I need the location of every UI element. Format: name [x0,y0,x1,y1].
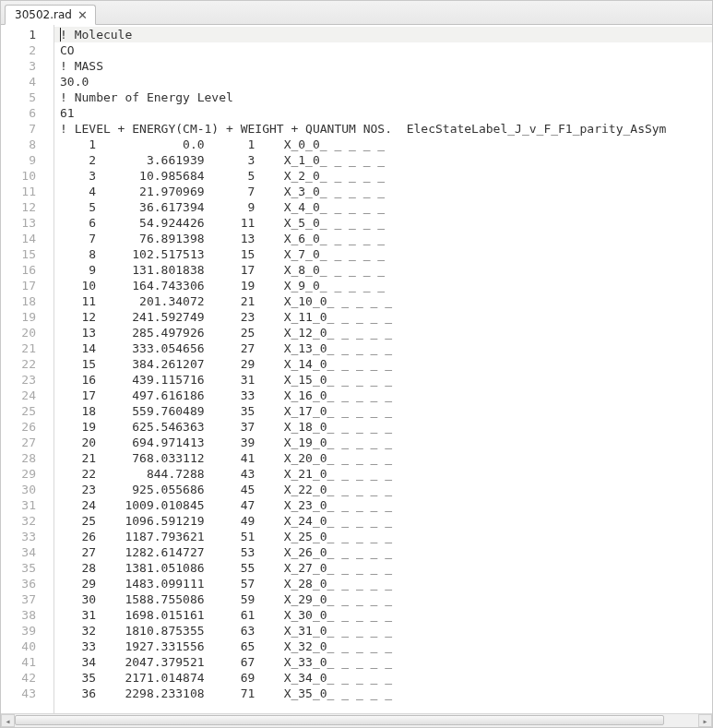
code-line[interactable]: 7 76.891398 13 X_6_0_ _ _ _ _ [54,231,712,246]
line-number: 16 [1,262,36,278]
code-line[interactable]: 15 384.261207 29 X_14_0_ _ _ _ _ [54,356,712,372]
code-content[interactable]: ! MoleculeCO! MASS30.0! Number of Energy… [54,25,712,713]
code-line[interactable]: 18 559.760489 35 X_17_0_ _ _ _ _ [54,403,712,419]
line-number: 10 [1,168,36,184]
code-line[interactable]: 26 1187.793621 51 X_25_0_ _ _ _ _ [54,529,712,544]
code-line[interactable]: 25 1096.591219 49 X_24_0_ _ _ _ _ [54,513,712,529]
line-number: 9 [1,152,36,168]
line-number: 12 [1,199,36,215]
code-line[interactable]: 32 1810.875355 63 X_31_0_ _ _ _ _ [54,623,712,638]
line-number: 2 [1,42,36,58]
code-line[interactable]: 22 844.7288 43 X_21_0_ _ _ _ _ [54,466,712,482]
code-line[interactable]: 19 625.546363 37 X_18_0_ _ _ _ _ [54,419,712,435]
code-line[interactable]: 5 36.617394 9 X_4_0_ _ _ _ _ [54,199,712,215]
line-number: 1 [1,27,36,42]
code-line[interactable]: 30.0 [54,74,712,90]
line-number: 11 [1,184,36,199]
code-line[interactable]: 31 1698.015161 61 X_30_0_ _ _ _ _ [54,607,712,623]
horizontal-scrollbar[interactable]: ◂ ▸ [1,713,712,727]
gutter-divider [45,25,54,713]
code-line[interactable]: ! Molecule [54,27,712,42]
line-number: 38 [1,607,36,623]
line-number: 29 [1,466,36,482]
line-number: 17 [1,278,36,293]
code-line[interactable]: 17 497.616186 33 X_16_0_ _ _ _ _ [54,388,712,403]
line-number: 5 [1,90,36,105]
code-line[interactable]: 24 1009.010845 47 X_23_0_ _ _ _ _ [54,497,712,513]
code-line[interactable]: 10 164.743306 19 X_9_0_ _ _ _ _ [54,278,712,293]
code-line[interactable]: ! LEVEL + ENERGY(CM-1) + WEIGHT + QUANTU… [54,121,712,137]
line-number: 18 [1,293,36,309]
scroll-track[interactable] [15,714,698,727]
line-number: 19 [1,309,36,325]
scroll-thumb[interactable] [15,715,664,725]
line-number: 34 [1,544,36,560]
line-number: 7 [1,121,36,137]
code-line[interactable]: 16 439.115716 31 X_15_0_ _ _ _ _ [54,372,712,388]
line-number: 3 [1,58,36,74]
line-number: 31 [1,497,36,513]
code-line[interactable]: 3 10.985684 5 X_2_0_ _ _ _ _ [54,168,712,184]
code-line[interactable]: 4 21.970969 7 X_3_0_ _ _ _ _ [54,184,712,199]
code-line[interactable]: 14 333.054656 27 X_13_0_ _ _ _ _ [54,340,712,356]
line-number: 36 [1,576,36,591]
line-number: 42 [1,670,36,686]
code-line[interactable]: 35 2171.014874 69 X_34_0_ _ _ _ _ [54,670,712,686]
text-cursor [60,28,61,42]
code-line[interactable]: CO [54,42,712,58]
code-line[interactable]: ! Number of Energy Level [54,90,712,105]
code-line[interactable]: 1 0.0 1 X_0_0_ _ _ _ _ [54,137,712,152]
line-number: 40 [1,638,36,654]
line-number: 37 [1,591,36,607]
code-line[interactable]: 8 102.517513 15 X_7_0_ _ _ _ _ [54,246,712,262]
code-line[interactable]: 30 1588.755086 59 X_29_0_ _ _ _ _ [54,591,712,607]
code-line[interactable]: 27 1282.614727 53 X_26_0_ _ _ _ _ [54,544,712,560]
code-line[interactable]: 28 1381.051086 55 X_27_0_ _ _ _ _ [54,560,712,576]
line-number: 27 [1,435,36,450]
code-line[interactable]: 6 54.924426 11 X_5_0_ _ _ _ _ [54,215,712,231]
code-line[interactable]: 29 1483.099111 57 X_28_0_ _ _ _ _ [54,576,712,591]
code-line[interactable]: 13 285.497926 25 X_12_0_ _ _ _ _ [54,325,712,340]
line-number: 20 [1,325,36,340]
line-number: 24 [1,388,36,403]
line-number: 21 [1,340,36,356]
line-number: 25 [1,403,36,419]
tab-bar: 30502.rad ✕ [1,1,712,25]
code-line[interactable]: 21 768.033112 41 X_20_0_ _ _ _ _ [54,450,712,466]
editor-window: 30502.rad ✕ 1234567891011121314151617181… [0,0,713,728]
editor-area[interactable]: 1234567891011121314151617181920212223242… [1,25,712,713]
line-number: 43 [1,686,36,701]
line-number: 35 [1,560,36,576]
line-number: 33 [1,529,36,544]
code-line[interactable]: 33 1927.331556 65 X_32_0_ _ _ _ _ [54,638,712,654]
line-number: 39 [1,623,36,638]
tab-filename: 30502.rad [15,8,72,21]
line-number: 26 [1,419,36,435]
code-line[interactable]: 12 241.592749 23 X_11_0_ _ _ _ _ [54,309,712,325]
close-icon[interactable]: ✕ [77,9,88,21]
line-number: 30 [1,482,36,497]
code-line[interactable]: ! MASS [54,58,712,74]
line-number: 15 [1,246,36,262]
scroll-left-arrow-icon[interactable]: ◂ [1,714,15,727]
line-number: 8 [1,137,36,152]
line-number: 22 [1,356,36,372]
line-number: 14 [1,231,36,246]
code-line[interactable]: 36 2298.233108 71 X_35_0_ _ _ _ _ [54,686,712,701]
line-number: 32 [1,513,36,529]
scroll-right-arrow-icon[interactable]: ▸ [698,714,712,727]
line-number: 41 [1,654,36,670]
line-number: 13 [1,215,36,231]
code-line[interactable]: 9 131.801838 17 X_8_0_ _ _ _ _ [54,262,712,278]
code-line[interactable]: 23 925.055686 45 X_22_0_ _ _ _ _ [54,482,712,497]
code-line[interactable]: 11 201.34072 21 X_10_0_ _ _ _ _ [54,293,712,309]
code-line[interactable]: 34 2047.379521 67 X_33_0_ _ _ _ _ [54,654,712,670]
code-line[interactable]: 61 [54,105,712,121]
line-number: 23 [1,372,36,388]
file-tab[interactable]: 30502.rad ✕ [5,5,96,25]
line-number: 6 [1,105,36,121]
line-number-gutter: 1234567891011121314151617181920212223242… [1,25,45,713]
line-number: 28 [1,450,36,466]
code-line[interactable]: 20 694.971413 39 X_19_0_ _ _ _ _ [54,435,712,450]
code-line[interactable]: 2 3.661939 3 X_1_0_ _ _ _ _ [54,152,712,168]
